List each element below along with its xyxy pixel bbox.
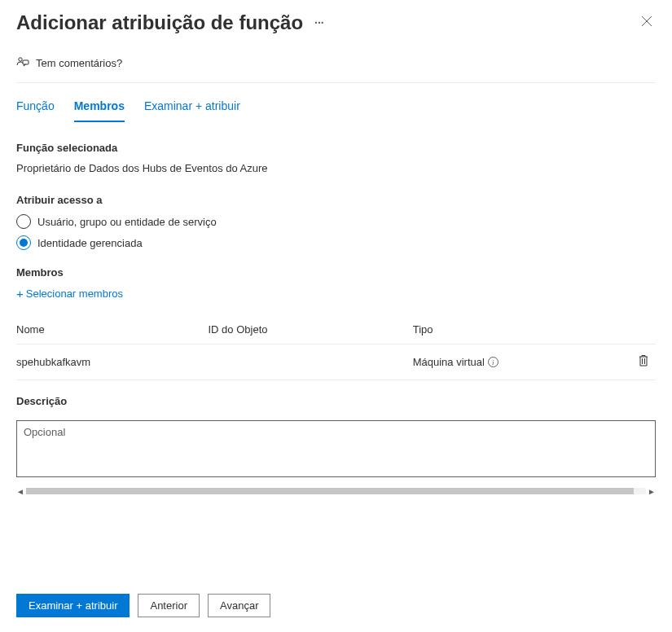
tab-members[interactable]: Membros (74, 96, 125, 122)
radio-user-group-sp[interactable]: Usuário, grupo ou entidade de serviço (16, 214, 656, 229)
selected-role-value: Proprietário de Dados dos Hubs de Evento… (16, 162, 656, 174)
plus-icon: + (16, 287, 24, 301)
radio-icon (16, 214, 31, 229)
scroll-right-icon[interactable]: ► (648, 487, 656, 495)
close-button[interactable] (638, 12, 656, 33)
feedback-link[interactable]: Tem comentários? (16, 41, 656, 83)
col-header-name[interactable]: Nome (16, 315, 209, 345)
radio-icon-selected (16, 235, 31, 250)
more-icon[interactable]: ··· (314, 16, 324, 29)
tab-bar: Função Membros Examinar + atribuir (0, 83, 672, 122)
member-objectid (209, 345, 413, 380)
svg-point-0 (19, 58, 22, 61)
radio-label-managed: Identidade gerenciada (37, 237, 143, 249)
member-name: spehubkafkavm (16, 345, 209, 380)
info-icon[interactable]: i (488, 357, 499, 367)
feedback-label: Tem comentários? (36, 57, 122, 69)
scroll-track[interactable] (26, 488, 646, 494)
radio-label-user: Usuário, grupo ou entidade de serviço (37, 216, 217, 228)
tab-role[interactable]: Função (16, 96, 55, 122)
trash-icon (638, 354, 649, 367)
feedback-icon (16, 55, 29, 71)
members-label: Membros (16, 266, 656, 279)
next-button[interactable]: Avançar (208, 594, 270, 617)
assign-access-radio-group: Usuário, grupo ou entidade de serviço Id… (16, 214, 656, 250)
members-table: Nome ID do Objeto Tipo spehubkafkavm Máq… (16, 315, 656, 380)
review-assign-button[interactable]: Examinar + atribuir (16, 594, 130, 617)
select-members-text: Selecionar membros (26, 287, 123, 300)
page-title-text: Adicionar atribuição de função (16, 11, 303, 34)
table-row: spehubkafkavm Máquina virtual i (16, 345, 656, 380)
horizontal-scrollbar[interactable]: ◄ ► (16, 486, 656, 496)
scroll-thumb[interactable] (26, 488, 634, 494)
scroll-left-icon[interactable]: ◄ (16, 487, 24, 495)
assign-access-label: Atribuir acesso a (16, 194, 656, 206)
radio-managed-identity[interactable]: Identidade gerenciada (16, 235, 656, 250)
col-header-objectid[interactable]: ID do Objeto (209, 315, 413, 345)
close-icon (641, 15, 652, 27)
tab-review[interactable]: Examinar + atribuir (144, 96, 240, 122)
select-members-link[interactable]: + Selecionar membros (16, 287, 123, 301)
page-title: Adicionar atribuição de função ··· (16, 11, 324, 34)
member-type: Máquina virtual (413, 356, 485, 368)
description-textarea[interactable] (16, 420, 656, 477)
footer-buttons: Examinar + atribuir Anterior Avançar (16, 594, 270, 617)
delete-button[interactable] (638, 358, 649, 370)
member-type-cell: Máquina virtual i (413, 345, 624, 380)
selected-role-label: Função selecionada (16, 142, 656, 154)
description-label: Descrição (16, 395, 656, 407)
col-header-type[interactable]: Tipo (413, 315, 624, 345)
previous-button[interactable]: Anterior (138, 594, 200, 617)
svg-rect-1 (23, 60, 29, 64)
